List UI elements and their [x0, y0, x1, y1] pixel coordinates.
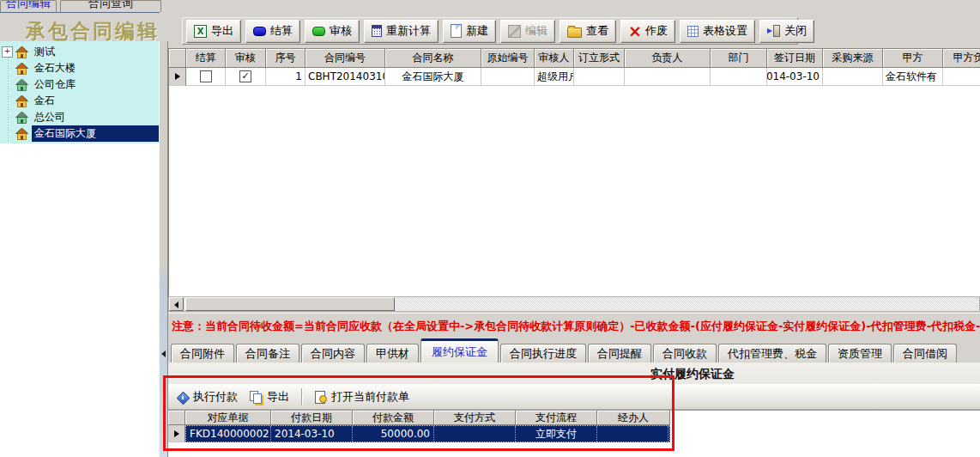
view-button[interactable]: 查看 — [560, 20, 616, 43]
tab-performance-bond[interactable]: 履约保证金 — [420, 338, 499, 363]
column-header[interactable]: 甲方负 — [943, 49, 980, 68]
column-header[interactable]: 合同编号 — [305, 49, 385, 68]
tab-withheld-fees-taxes[interactable]: 代扣管理费、税金 — [718, 344, 826, 363]
house-icon — [15, 46, 28, 58]
tree-item-company-warehouse[interactable]: 公司仓库 — [0, 76, 159, 93]
table-settings-button[interactable]: 表格设置 — [680, 20, 755, 43]
edit-button: 编辑 — [500, 20, 555, 43]
scroll-left-button[interactable] — [169, 297, 184, 311]
row-selector-cell — [169, 68, 186, 86]
party-a-manager-cell — [943, 68, 980, 86]
column-header[interactable]: 审核 — [226, 49, 266, 68]
column-header[interactable]: 序号 — [266, 49, 305, 68]
new-button[interactable]: 新建 — [443, 20, 496, 43]
purchase-source-cell — [823, 68, 883, 86]
sign-date-cell: 2014-03-10 — [767, 68, 823, 86]
column-header[interactable]: 付款日期 — [271, 411, 353, 425]
amount-cell: 50000.00 — [353, 426, 434, 442]
performance-bond-panel: 实付履约保证金 执行付款 导出 打开当前付款单 对应单据 付款日期 付款金额 支… — [168, 363, 980, 457]
recalculate-button[interactable]: 重新计算 — [364, 20, 439, 43]
settle-button[interactable]: 结算 — [245, 20, 300, 43]
execute-payment-button[interactable]: 执行付款 — [176, 389, 238, 405]
settle-checkbox[interactable] — [200, 70, 212, 82]
column-header[interactable]: 采购来源 — [823, 49, 883, 68]
house-icon — [15, 95, 28, 107]
tree-item-test[interactable]: + 测试 — [0, 44, 159, 60]
audit-cell — [226, 68, 266, 86]
detail-tab-strip: 合同附件 合同备注 合同内容 甲供材 履约保证金 合同执行进度 合同提醒 合同收… — [168, 338, 980, 363]
selector-header-cell — [169, 49, 186, 68]
doc-no-cell: FKD140000002 — [186, 426, 271, 442]
operator-cell — [597, 426, 668, 442]
audit-button[interactable]: 审核 — [305, 20, 360, 43]
column-header[interactable]: 合同名称 — [385, 49, 481, 68]
tab-party-a-materials[interactable]: 甲供材 — [366, 344, 419, 363]
close-button[interactable]: 关闭 — [759, 20, 814, 43]
contracts-header-row: 结算 审核 序号 合同编号 合同名称 原始编号 审核人 订立形式 负责人 部门 … — [169, 49, 980, 68]
settle-cell — [186, 68, 226, 86]
table-settings-icon — [687, 26, 699, 37]
payment-toolbar: 执行付款 导出 打开当前付款单 — [168, 384, 980, 410]
tab-contract-content[interactable]: 合同内容 — [301, 344, 365, 363]
horizontal-scrollbar[interactable] — [168, 296, 980, 312]
execute-payment-icon — [176, 391, 189, 404]
tab-contract-query[interactable]: 合同查询 — [60, 0, 161, 12]
column-header[interactable]: 部门 — [711, 49, 767, 68]
row-selector-arrow — [175, 73, 180, 80]
column-header[interactable]: 甲方 — [883, 49, 943, 68]
tab-contract-receipts[interactable]: 合同收款 — [653, 344, 717, 363]
tree-item-jinshi-building[interactable]: 金石大楼 — [0, 60, 159, 76]
party-a-cell: 金石软件有 — [883, 68, 943, 86]
tab-contract-progress[interactable]: 合同执行进度 — [500, 344, 586, 363]
export-button[interactable]: 导出 — [186, 20, 241, 43]
column-header[interactable]: 支付流程 — [516, 411, 597, 425]
house-icon — [15, 63, 28, 75]
open-payment-doc-icon — [315, 391, 327, 403]
payment-export-button[interactable]: 导出 — [250, 389, 289, 405]
expand-plus-icon[interactable]: + — [2, 46, 13, 58]
tree-item-jinshi-international[interactable]: 金石国际大厦 — [0, 125, 159, 142]
collapse-arrow-icon[interactable] — [161, 350, 166, 357]
tree-item-label: 金石国际大厦 — [32, 125, 159, 142]
column-header[interactable]: 结算 — [186, 49, 226, 68]
void-button[interactable]: ×作废 — [620, 20, 675, 43]
column-header[interactable]: 对应单据 — [185, 411, 271, 425]
column-header[interactable]: 原始编号 — [481, 49, 535, 68]
audit-checkbox[interactable] — [239, 70, 251, 82]
tab-contract-edit[interactable]: 合同编辑 — [0, 0, 57, 12]
export-pages-icon — [250, 391, 263, 403]
column-header[interactable]: 付款金额 — [353, 411, 434, 425]
tree-item-label: 公司仓库 — [32, 76, 78, 93]
tree-item-jinshi[interactable]: 金石 — [0, 93, 159, 109]
payment-row-selected: FKD140000002 2014-03-10 50000.00 立即支付 — [185, 425, 670, 442]
tab-contract-attachments[interactable]: 合同附件 — [171, 344, 234, 363]
column-header[interactable]: 审核人 — [535, 49, 574, 68]
scrollbar-thumb[interactable] — [185, 297, 395, 311]
new-document-icon — [451, 24, 462, 38]
column-header[interactable]: 订立形式 — [574, 49, 625, 68]
column-header[interactable]: 经办人 — [597, 411, 670, 425]
row-selector-cell — [168, 425, 185, 442]
section-title: 实付履约保证金 — [650, 367, 735, 382]
column-header[interactable]: 支付方式 — [434, 411, 516, 425]
selector-header-cell — [168, 411, 185, 425]
tree-item-head-office[interactable]: 总公司 — [0, 109, 159, 125]
scroll-left-arrow-icon — [174, 302, 178, 308]
tab-contract-reminder[interactable]: 合同提醒 — [588, 344, 651, 363]
panel-splitter[interactable] — [159, 41, 168, 457]
payment-row[interactable]: FKD140000002 2014-03-10 50000.00 立即支付 — [168, 425, 980, 442]
tab-contract-borrowing[interactable]: 合同借阅 — [893, 344, 957, 363]
open-current-payment-button[interactable]: 打开当前付款单 — [315, 389, 409, 405]
tab-qualification-management[interactable]: 资质管理 — [828, 344, 892, 363]
main-toolbar: 导出 结算 审核 重新计算 新建 编辑 查看 ×作废 表格设置 关闭 — [182, 17, 798, 45]
toolbar-separator — [301, 388, 303, 405]
column-header[interactable]: 签订日期 — [767, 49, 823, 68]
settle-icon — [253, 27, 266, 36]
green-house-icon — [15, 79, 28, 91]
contracts-grid: 结算 审核 序号 合同编号 合同名称 原始编号 审核人 订立形式 负责人 部门 … — [168, 48, 980, 297]
green-house-icon — [15, 112, 28, 124]
tab-contract-notes[interactable]: 合同备注 — [236, 344, 299, 363]
calculator-icon — [372, 25, 382, 37]
column-header[interactable]: 负责人 — [625, 49, 711, 68]
contract-row[interactable]: 1 CBHT2014031001 金石国际大厦 超级用户 2014-03-10 … — [169, 68, 980, 86]
